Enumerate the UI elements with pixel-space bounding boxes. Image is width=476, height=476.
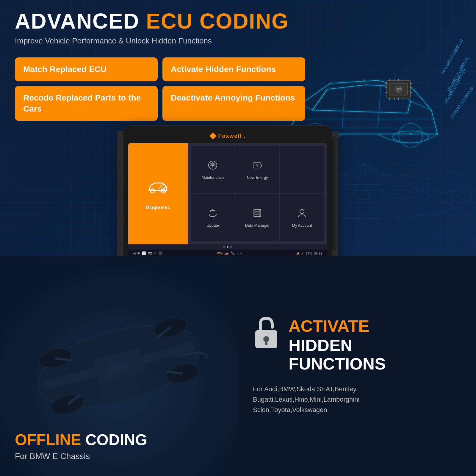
- fox-icon: [209, 132, 216, 140]
- dot-2: [227, 246, 228, 248]
- svg-point-26: [436, 133, 438, 135]
- activate-text-block: ACTIVATE HIDDEN FUNCTIONS: [289, 317, 386, 378]
- screen-left-panel: Diagnostic: [128, 143, 188, 244]
- svg-point-49: [151, 189, 155, 193]
- tablet-header: Foxwell .: [128, 130, 327, 143]
- new-energy-icon: [252, 160, 263, 173]
- lock-icon: [253, 317, 280, 355]
- my-account-label: My Account: [292, 223, 312, 228]
- svg-text:ECU: ECU: [397, 88, 402, 91]
- screen-right-panel: Maintenance New Energy: [188, 143, 327, 244]
- menu-icon: ≡: [240, 252, 242, 255]
- menu-item-data-manager[interactable]: Data Manager: [235, 194, 279, 241]
- foxwell-logo: Foxwell .: [209, 132, 246, 140]
- svg-rect-54: [253, 163, 261, 168]
- svg-point-60: [259, 210, 261, 211]
- new-energy-label: New Energy: [247, 175, 268, 180]
- svg-line-4: [364, 164, 372, 223]
- svg-point-23: [410, 133, 411, 135]
- feature-activate-hidden: Activate Hidden Functions: [162, 57, 305, 81]
- svg-line-3: [342, 164, 364, 223]
- bottom-section: OFFLINE CODING For BMW E Chassis: [0, 256, 476, 476]
- car-status-icon: 🚗: [225, 251, 229, 255]
- activate-title: ACTIVATE HIDDEN FUNCTIONS: [289, 317, 386, 373]
- update-label: Update: [206, 223, 219, 228]
- offline-title: OFFLINE CODING: [15, 431, 223, 449]
- tablet-device: Foxwell .: [123, 125, 332, 256]
- title-white: ADVANCED: [15, 9, 140, 33]
- menu-item-update[interactable]: Update: [191, 194, 235, 241]
- svg-line-6: [364, 164, 431, 223]
- data-manager-label: Data Manager: [245, 223, 270, 228]
- svg-point-62: [259, 215, 261, 216]
- menu-item-empty: [280, 146, 324, 193]
- vc-badge: VC+: [217, 252, 223, 255]
- data-manager-icon: [252, 208, 263, 221]
- svg-point-61: [259, 212, 261, 214]
- status-center-icons: VC+ 🚗 🔧 ↑ ≡: [217, 251, 242, 255]
- status-left-icons: ◀ ⬟ ⬜ 📷 ✏ ⬛: [133, 251, 162, 255]
- offline-subtitle: For BMW E Chassis: [15, 452, 223, 461]
- page-subtitle: Improve Vehicle Performance & Unlock Hid…: [15, 36, 461, 46]
- bluetooth-icon: ⚡: [296, 251, 300, 255]
- status-bar: ◀ ⬟ ⬜ 📷 ✏ ⬛ VC+ 🚗 🔧 ↑ ≡: [128, 250, 327, 256]
- apps-icon[interactable]: ⬜: [142, 251, 146, 255]
- bottom-left-panel: OFFLINE CODING For BMW E Chassis: [0, 256, 238, 476]
- dot-1: [223, 246, 225, 248]
- lock-section: ACTIVATE HIDDEN FUNCTIONS: [253, 317, 461, 378]
- brand-dot: .: [244, 133, 246, 139]
- grip-right: [332, 131, 338, 256]
- wrench-icon: 🔧: [231, 251, 235, 255]
- back-icon[interactable]: ◀: [133, 251, 135, 255]
- wifi-icon: ▾: [302, 251, 304, 255]
- brand-name: Foxwell: [218, 133, 242, 139]
- top-section: 10100011011000110 10100011011000101 1010…: [0, 0, 476, 256]
- menu-item-my-account[interactable]: My Account: [280, 194, 324, 241]
- dot-3: [230, 246, 232, 248]
- ecu-chip: ECU: [381, 74, 416, 105]
- svg-point-53: [212, 164, 214, 166]
- feature-match-ecu: Match Replaced ECU: [15, 57, 158, 81]
- activate-subtitle: For Audi,BMW,Skoda,SEAT,Bentley, Bugatti…: [253, 384, 461, 415]
- camera-icon: 📷: [148, 251, 152, 255]
- my-account-icon: [297, 208, 307, 221]
- title-orange: ECU CODING: [146, 9, 289, 33]
- time-display: 09:11: [314, 252, 322, 255]
- feature-grid: Match Replaced ECU Activate Hidden Funct…: [15, 57, 300, 121]
- svg-rect-79: [265, 341, 267, 345]
- menu-item-maintenance[interactable]: Maintenance: [191, 146, 235, 193]
- diagnostic-label: Diagnostic: [146, 205, 170, 210]
- home-icon[interactable]: ⬟: [137, 251, 140, 255]
- svg-point-19: [399, 123, 422, 147]
- feature-recode-parts: Recode Replaced Parts to the Cars: [15, 86, 158, 121]
- diagnostic-icon: [146, 177, 170, 202]
- maintenance-label: Maintenance: [202, 175, 224, 180]
- screen-grid: Diagnostic: [128, 143, 327, 244]
- svg-rect-55: [261, 164, 262, 167]
- svg-point-63: [300, 209, 304, 214]
- menu-item-new-energy[interactable]: New Energy: [235, 146, 279, 193]
- feature-deactivate: Deactivate Annoying Functions: [162, 86, 305, 121]
- pagination-dots: [128, 244, 327, 250]
- status-right-icons: ⚡ ▾ 87% 09:11: [296, 251, 322, 255]
- grip-left: [117, 131, 123, 256]
- battery-level: 87%: [306, 252, 312, 255]
- maintenance-icon: [207, 160, 218, 173]
- tablet-screen: Diagnostic: [128, 143, 327, 256]
- pen-icon: ✏: [154, 251, 156, 255]
- bottom-right-panel: ACTIVATE HIDDEN FUNCTIONS For Audi,BMW,S…: [238, 256, 476, 476]
- tablet-body: Foxwell .: [123, 125, 332, 256]
- page-title: ADVANCED ECU CODING: [15, 9, 461, 33]
- update-icon: [207, 208, 218, 221]
- bookmark-icon: ⬛: [158, 251, 162, 255]
- up-icon: ↑: [237, 252, 238, 255]
